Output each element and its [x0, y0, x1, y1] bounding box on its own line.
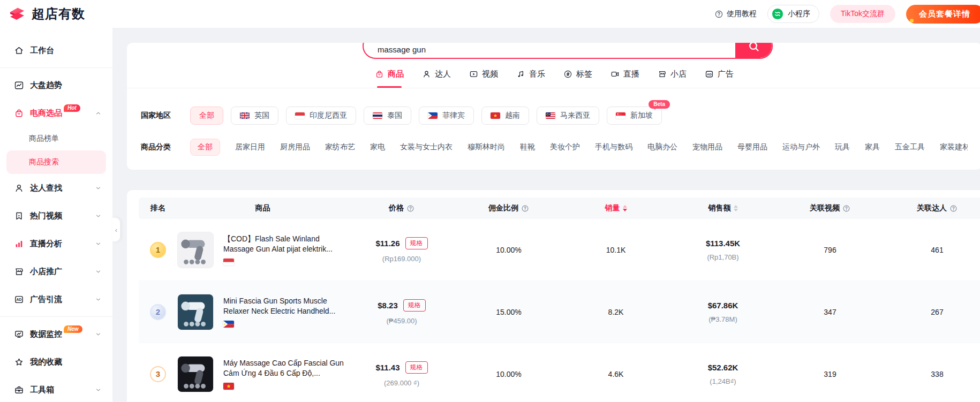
member-plan-button[interactable]: 会员套餐详情: [906, 5, 980, 24]
bookmark-icon: [14, 211, 24, 221]
column-header-sales[interactable]: 销量: [562, 203, 669, 214]
product-image[interactable]: [177, 294, 214, 330]
info-icon[interactable]: [949, 204, 958, 213]
price-local: (₱459.00): [348, 317, 455, 325]
mini-program-button[interactable]: 小程序: [767, 5, 819, 23]
category-option[interactable]: 宠物用品: [692, 142, 722, 152]
sidebar-subitem-label: 商品榜单: [29, 134, 59, 143]
sales-value: 8.2K: [562, 308, 669, 316]
tab-livestream[interactable]: 直播: [610, 60, 639, 88]
product-title[interactable]: Mini Fascia Gun Sports Muscle Relaxer Ne…: [223, 296, 344, 316]
flag-my-icon: [546, 112, 555, 119]
region-option-id[interactable]: 印度尼西亚: [286, 107, 356, 125]
sidebar-item-market-trend[interactable]: 大盘趋势: [0, 71, 112, 99]
product-title[interactable]: Máy Massage Cao Cấp Fascial Gun Cảm Ứng …: [223, 358, 344, 378]
table-row[interactable]: 3Máy Massage Cao Cấp Fascial Gun Cảm Ứng…: [139, 343, 980, 402]
spec-badge[interactable]: 规格: [403, 299, 426, 312]
tab-video[interactable]: 视频: [469, 60, 498, 88]
category-option[interactable]: 美妆个护: [550, 142, 580, 152]
sidebar-item-shop-promotion[interactable]: 小店推广: [0, 257, 112, 285]
brand-logo-icon: [7, 4, 27, 24]
region-option-label: 越南: [505, 111, 520, 120]
info-icon[interactable]: [521, 204, 529, 213]
sidebar-collapse-handle[interactable]: ‹: [112, 217, 120, 242]
home-icon: [14, 45, 24, 56]
tab-shop[interactable]: 小店: [658, 60, 687, 88]
chevron-down-icon: [95, 268, 102, 275]
tab-label: 广告: [718, 69, 734, 79]
category-option[interactable]: 鞋靴: [520, 142, 535, 152]
monitor-icon: [14, 329, 24, 339]
sidebar-subitem-product-search[interactable]: 商品搜索: [6, 150, 106, 174]
product-title[interactable]: 【COD】Flash Sale Winland Massage Gun Alat…: [223, 234, 344, 254]
search-input[interactable]: [364, 43, 735, 58]
sidebar-item-workbench[interactable]: 工作台: [0, 36, 112, 64]
sidebar-item-influencer-find[interactable]: 达人查找: [0, 174, 112, 202]
table-row[interactable]: 1【COD】Flash Sale Winland Massage Gun Ala…: [139, 219, 980, 281]
tab-music[interactable]: 音乐: [516, 60, 545, 88]
tiktok-group-button[interactable]: TikTok交流群: [830, 5, 895, 23]
column-header-revenue[interactable]: 销售额: [669, 203, 777, 214]
trend-icon: [14, 80, 24, 90]
category-option[interactable]: 手机与数码: [595, 142, 632, 152]
category-option[interactable]: 全部: [190, 139, 220, 156]
new-badge: New: [64, 325, 82, 333]
region-option-th[interactable]: 泰国: [364, 107, 411, 125]
region-option-my[interactable]: 马来西亚: [537, 107, 599, 125]
category-option[interactable]: 母婴用品: [737, 142, 767, 152]
tab-label: 商品: [388, 69, 404, 79]
region-option-vn[interactable]: 越南: [481, 107, 529, 125]
tab-product[interactable]: 商品: [375, 60, 404, 88]
category-option[interactable]: 穆斯林时尚: [468, 142, 505, 152]
table-row[interactable]: 2Mini Fascia Gun Sports Muscle Relaxer N…: [139, 281, 980, 343]
region-option-ph[interactable]: 菲律宾: [419, 107, 474, 125]
product-image[interactable]: [177, 356, 214, 392]
tab-ad[interactable]: AD广告: [705, 60, 734, 88]
tab-hashtag[interactable]: 标签: [563, 60, 592, 88]
category-option[interactable]: 电脑办公: [647, 142, 677, 152]
product-image[interactable]: [177, 232, 214, 268]
info-icon[interactable]: [406, 204, 414, 213]
region-option-sg[interactable]: 新加坡Beta: [607, 107, 662, 125]
search-button[interactable]: [735, 43, 772, 58]
beta-badge: Beta: [649, 100, 670, 109]
svg-text:AD: AD: [707, 72, 712, 76]
spec-badge[interactable]: 规格: [405, 361, 428, 374]
region-option-all[interactable]: 全部: [190, 107, 223, 125]
flag-gb-icon: [240, 112, 250, 119]
sidebar-item-live-analysis[interactable]: 直播分析: [0, 230, 112, 257]
category-option[interactable]: 女装与女士内衣: [400, 142, 453, 152]
flag-vn-icon: [491, 112, 500, 119]
column-label: 销量: [605, 203, 620, 213]
mini-program-label: 小程序: [788, 9, 810, 19]
category-option[interactable]: 运动与户外: [782, 142, 820, 152]
category-option[interactable]: 五金工具: [895, 142, 925, 152]
spec-badge[interactable]: 规格: [405, 237, 428, 249]
category-option[interactable]: 家装建材: [940, 142, 968, 152]
sidebar-item-ecom-picks[interactable]: 电商选品Hot: [0, 99, 112, 127]
person-icon: [14, 183, 24, 193]
category-option[interactable]: 家电: [370, 142, 385, 152]
search-box: [363, 43, 773, 59]
sidebar-item-ad-traffic[interactable]: AD广告引流: [0, 285, 112, 313]
tab-influencer[interactable]: 达人: [422, 60, 451, 88]
category-option[interactable]: 居家日用: [235, 142, 265, 152]
sidebar-subitem-product-rank[interactable]: 商品榜单: [6, 127, 106, 150]
sidebar-item-my-favorites[interactable]: 我的收藏: [0, 348, 112, 376]
sort-icon[interactable]: [734, 203, 738, 214]
category-option[interactable]: 玩具: [835, 142, 850, 152]
category-option[interactable]: 家纺布艺: [325, 142, 355, 152]
sidebar-item-hot-videos[interactable]: 热门视频: [0, 202, 112, 230]
category-option[interactable]: 厨房用品: [280, 142, 310, 152]
region-option-gb[interactable]: 英国: [231, 107, 278, 125]
price-usd: $8.23: [378, 301, 398, 310]
help-tutorial-link[interactable]: 使用教程: [714, 9, 757, 19]
livechart-icon: [14, 239, 24, 249]
commission-value: 10.00%: [455, 370, 562, 378]
sidebar-item-data-monitor[interactable]: 数据监控New: [0, 320, 112, 348]
sort-icon[interactable]: [623, 203, 627, 214]
category-option[interactable]: 家具: [865, 142, 880, 152]
brand-logo[interactable]: 超店有数: [7, 4, 85, 24]
info-icon[interactable]: [842, 204, 850, 213]
sidebar-item-toolbox[interactable]: 工具箱: [0, 376, 112, 402]
